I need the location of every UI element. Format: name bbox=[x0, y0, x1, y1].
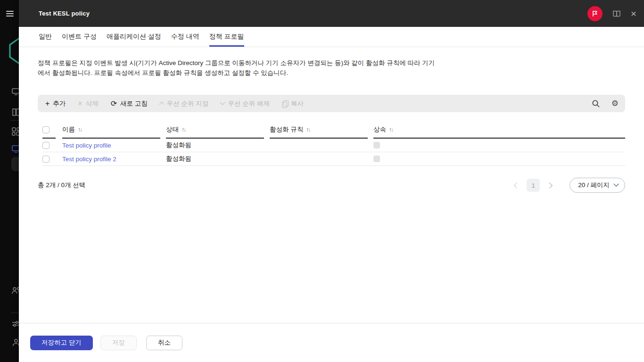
tab-policy-profiles[interactable]: 정책 프로필 bbox=[209, 27, 244, 47]
chevron-up-icon bbox=[159, 101, 164, 107]
dialog-actions: 저장하고 닫기 저장 취소 bbox=[19, 323, 644, 362]
column-header-name[interactable]: 이름 ↑↓ bbox=[62, 122, 160, 139]
prioritize-button[interactable]: 우선 순위 지정 bbox=[160, 99, 209, 108]
menu-icon[interactable] bbox=[6, 11, 14, 16]
save-button[interactable]: 저장 bbox=[100, 336, 137, 350]
description-line-1: 정책 프로필은 지정 이벤트 발생 시(기기가 Active Directory… bbox=[38, 59, 435, 66]
gear-icon: ⚙ bbox=[611, 99, 619, 107]
sidebar-divider bbox=[11, 313, 19, 313]
policy-dialog: Test KESL policy × 일반 이벤트 구성 애플리케이션 설정 수… bbox=[19, 0, 644, 362]
profile-status: 활성화됨 bbox=[166, 141, 264, 149]
table-row: Test policy profile 활성화됨 bbox=[42, 139, 625, 152]
dialog-title: Test KESL policy bbox=[39, 10, 90, 17]
profiles-table: 이름 ↑↓ 상태 ↑↓ 활성화 규칙 ↑↓ 상속 ↑↓ Test po bbox=[42, 122, 625, 166]
reports-icon[interactable] bbox=[11, 107, 19, 117]
help-book-button[interactable] bbox=[612, 9, 621, 18]
tab-general[interactable]: 일반 bbox=[39, 27, 52, 47]
columns-settings-button[interactable]: ⚙ bbox=[611, 99, 619, 107]
sort-icon: ↑↓ bbox=[78, 126, 82, 133]
table-footer: 총 2개 / 0개 선택 1 20 / 페이지 bbox=[38, 178, 625, 193]
row-checkbox[interactable] bbox=[42, 142, 50, 149]
sidebar-selected-item[interactable] bbox=[11, 157, 19, 171]
profiles-toolbar: + 추가 × 삭제 ⟳ 새로 고침 우선 순위 지정 우선 순위 해제 복사 bbox=[38, 95, 625, 112]
tab-revision-history[interactable]: 수정 내역 bbox=[171, 27, 199, 47]
users-icon[interactable] bbox=[11, 285, 19, 296]
sort-icon: ↑↓ bbox=[306, 126, 310, 133]
inherited-checkbox-disabled bbox=[373, 142, 380, 148]
select-all-checkbox[interactable] bbox=[42, 126, 50, 133]
plus-icon: + bbox=[45, 100, 50, 107]
policy-profile-description: 정책 프로필은 지정 이벤트 발생 시(기기가 Active Directory… bbox=[38, 58, 625, 78]
tab-event-configuration[interactable]: 이벤트 구성 bbox=[62, 27, 97, 47]
flag-icon bbox=[591, 9, 599, 17]
profile-link[interactable]: Test policy profile 2 bbox=[62, 156, 116, 163]
tab-content: 정책 프로필은 지정 이벤트 발생 시(기기가 Active Directory… bbox=[19, 47, 644, 323]
inherited-checkbox-disabled bbox=[373, 156, 380, 162]
sort-icon: ↑↓ bbox=[389, 126, 393, 133]
table-header-row: 이름 ↑↓ 상태 ↑↓ 활성화 규칙 ↑↓ 상속 ↑↓ bbox=[42, 122, 625, 139]
selection-summary: 총 2개 / 0개 선택 bbox=[38, 181, 85, 189]
chevron-down-icon bbox=[220, 99, 225, 105]
deprioritize-button[interactable]: 우선 순위 해제 bbox=[221, 99, 270, 108]
profile-status: 활성화됨 bbox=[166, 155, 264, 163]
cancel-button[interactable]: 취소 bbox=[146, 336, 182, 350]
sort-icon: ↑↓ bbox=[182, 126, 185, 133]
devices-icon[interactable] bbox=[11, 144, 19, 154]
page-size-select[interactable]: 20 / 페이지 bbox=[570, 178, 625, 193]
page-number[interactable]: 1 bbox=[527, 179, 540, 192]
column-header-activation-rule[interactable]: 활성화 규칙 ↑↓ bbox=[270, 122, 368, 139]
close-icon[interactable]: × bbox=[631, 8, 636, 18]
monitoring-icon[interactable] bbox=[11, 86, 19, 97]
row-checkbox[interactable] bbox=[42, 156, 50, 163]
refresh-icon: ⟳ bbox=[111, 100, 117, 107]
table-row: Test policy profile 2 활성화됨 bbox=[42, 152, 625, 166]
search-icon bbox=[592, 99, 600, 108]
app-sidebar bbox=[0, 0, 19, 362]
book-icon bbox=[612, 9, 621, 18]
dialog-tabs: 일반 이벤트 구성 애플리케이션 설정 수정 내역 정책 프로필 bbox=[19, 27, 644, 47]
add-button[interactable]: + 추가 bbox=[45, 99, 66, 108]
tab-application-settings[interactable]: 애플리케이션 설정 bbox=[107, 27, 161, 47]
save-and-close-button[interactable]: 저장하고 닫기 bbox=[30, 336, 93, 350]
description-line-2: 에서 활성화됩니다. 프로필 속성에서 프로필 활성화 규칙을 생성하고 설정할… bbox=[38, 69, 288, 76]
kaspersky-logo-icon bbox=[7, 37, 19, 65]
next-page-icon[interactable] bbox=[546, 182, 553, 189]
column-header-status[interactable]: 상태 ↑↓ bbox=[166, 122, 264, 139]
search-button[interactable] bbox=[592, 99, 600, 108]
delete-icon: × bbox=[78, 100, 82, 107]
previous-page-icon[interactable] bbox=[514, 182, 520, 189]
refresh-button[interactable]: ⟳ 새로 고침 bbox=[111, 99, 148, 108]
dialog-titlebar: Test KESL policy × bbox=[19, 0, 644, 27]
copy-icon bbox=[282, 100, 288, 107]
account-icon[interactable] bbox=[11, 337, 19, 348]
page-size-value: 20 / 페이지 bbox=[578, 181, 610, 189]
assets-icon[interactable] bbox=[11, 126, 19, 137]
settings-sliders-icon[interactable] bbox=[11, 319, 19, 329]
chevron-down-icon bbox=[613, 181, 619, 187]
delete-button[interactable]: × 삭제 bbox=[78, 99, 98, 108]
sidebar-divider bbox=[11, 120, 19, 121]
column-header-inherited[interactable]: 상속 ↑↓ bbox=[373, 122, 625, 139]
whats-new-button[interactable] bbox=[587, 6, 603, 21]
profile-link[interactable]: Test policy profile bbox=[62, 142, 111, 149]
copy-button[interactable]: 복사 bbox=[282, 99, 304, 108]
